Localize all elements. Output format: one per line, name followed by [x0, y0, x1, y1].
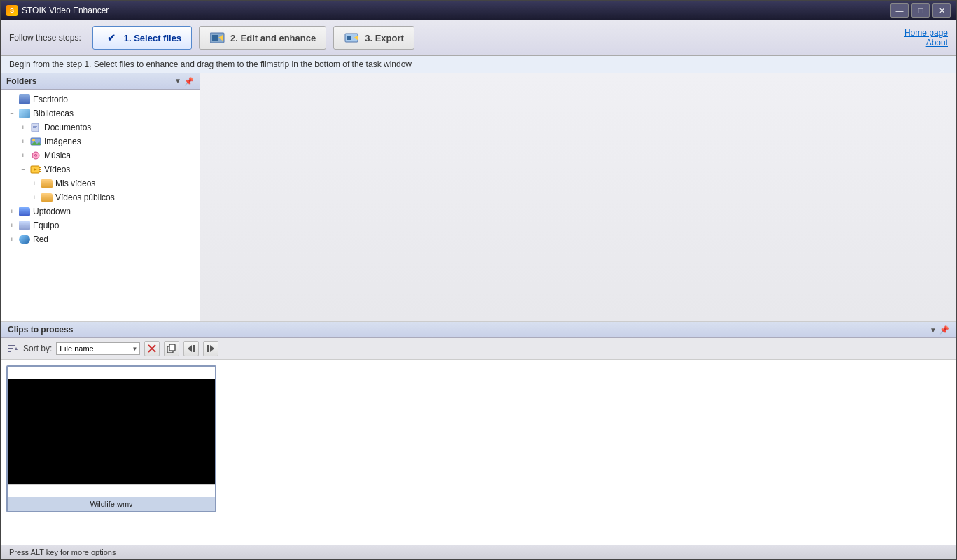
toolbar-left: Follow these steps: ✔ 1. Select files: [9, 26, 414, 50]
icon-documentos: [29, 122, 42, 133]
label-bibliotecas: Bibliotecas: [33, 108, 74, 118]
label-documentos: Documentos: [44, 122, 91, 132]
tree-item-uptodown[interactable]: + Uptodown: [1, 204, 200, 218]
expand-red: +: [6, 234, 18, 245]
tree-item-videos-publicos[interactable]: + Vídeos públicos: [1, 190, 200, 204]
label-videos: Vídeos: [44, 164, 70, 174]
tree-item-equipo[interactable]: + Equipo: [1, 218, 200, 232]
tree-item-videos[interactable]: − Vídeos: [1, 162, 200, 176]
step-3-button[interactable]: 3. Export: [333, 26, 414, 50]
main-window: S STOIK Video Enhancer — □ ✕ Follow thes…: [0, 0, 957, 560]
expand-escritorio: [6, 94, 18, 105]
clip-filename: Wildlife.wmv: [8, 497, 215, 511]
label-escritorio: Escritorio: [33, 94, 68, 104]
step-1-button[interactable]: ✔ 1. Select files: [92, 26, 192, 50]
sort-icon: [6, 342, 19, 355]
expand-videos-publicos: +: [29, 192, 40, 203]
icon-imagenes: [29, 136, 42, 147]
svg-rect-19: [39, 169, 41, 170]
step-1-icon: ✔: [103, 31, 120, 45]
expand-uptodown: +: [6, 206, 18, 217]
tree-item-red[interactable]: + Red: [1, 232, 200, 246]
icon-equipo: [18, 220, 31, 231]
content-split: Folders ▼ 📌 Escrito: [1, 74, 956, 321]
svg-rect-7: [33, 125, 37, 125]
home-page-link[interactable]: Home page: [904, 28, 948, 38]
icon-mis-videos: [41, 178, 53, 189]
folders-header-icons: ▼ 📌: [174, 77, 194, 86]
icon-bibliotecas: [18, 108, 31, 119]
svg-rect-8: [33, 126, 37, 127]
clips-dropdown-icon[interactable]: ▼: [930, 326, 937, 334]
preview-area: [200, 74, 956, 321]
folders-dropdown-icon[interactable]: ▼: [174, 77, 181, 86]
expand-imagenes: +: [18, 136, 29, 147]
step-2-button[interactable]: 2. Edit and enhance: [199, 26, 326, 50]
tree-item-musica[interactable]: + ♪ Música: [1, 148, 200, 162]
label-musica: Música: [44, 150, 71, 160]
folders-panel: Folders ▼ 📌 Escrito: [1, 74, 200, 321]
clips-header-right: ▼ 📌: [930, 326, 949, 335]
svg-marker-24: [15, 347, 18, 350]
icon-uptodown: [18, 206, 31, 217]
clip-top-bar: [8, 367, 215, 379]
maximize-button[interactable]: □: [911, 4, 930, 18]
body-area: Folders ▼ 📌 Escrito: [1, 74, 956, 545]
icon-red: [18, 234, 31, 245]
label-equipo: Equipo: [33, 220, 59, 230]
tree-item-documentos[interactable]: + Documentos: [1, 120, 200, 134]
clips-title: Clips to process: [8, 325, 73, 335]
icon-videos-publicos: [41, 192, 53, 203]
label-mis-videos: Mis vídeos: [55, 178, 95, 188]
copy-clip-button[interactable]: [164, 341, 179, 356]
clip-video-preview: [8, 379, 215, 484]
folders-header: Folders ▼ 📌: [1, 74, 200, 90]
folders-pin-icon[interactable]: 📌: [184, 77, 194, 86]
icon-musica: ♪: [29, 150, 42, 161]
folders-title: Folders: [6, 76, 36, 86]
tree-item-bibliotecas[interactable]: − Bibliotecas: [1, 106, 200, 120]
hint-text: Begin from the step 1. Select files to e…: [9, 59, 412, 69]
step-2-icon: [209, 31, 226, 45]
move-left-button[interactable]: [183, 341, 199, 356]
svg-rect-4: [347, 36, 351, 40]
svg-point-11: [32, 139, 35, 141]
sort-dropdown-wrap: File name Date Duration File size: [56, 342, 140, 355]
app-icon: S: [6, 5, 18, 16]
minimize-button[interactable]: —: [890, 4, 909, 18]
sort-dropdown[interactable]: File name Date Duration File size: [56, 342, 140, 355]
svg-rect-32: [207, 345, 209, 352]
clips-pin-icon[interactable]: 📌: [939, 326, 949, 335]
expand-mis-videos: +: [29, 178, 40, 189]
about-link[interactable]: About: [926, 38, 948, 48]
icon-videos: [29, 164, 42, 175]
expand-videos: −: [18, 164, 29, 175]
sort-label: Sort by:: [23, 344, 52, 354]
svg-rect-28: [169, 344, 175, 351]
svg-marker-29: [188, 345, 192, 352]
delete-clip-button[interactable]: [144, 341, 160, 356]
step-2-label: 2. Edit and enhance: [230, 33, 316, 43]
svg-marker-31: [210, 345, 214, 352]
close-button[interactable]: ✕: [932, 4, 951, 18]
move-right-button[interactable]: [203, 341, 218, 356]
tree-item-imagenes[interactable]: + Imágenes: [1, 134, 200, 148]
clip-item-wildlife[interactable]: Wildlife.wmv: [6, 365, 216, 512]
clips-section: Clips to process ▼ 📌: [1, 321, 956, 545]
clips-header: Clips to process ▼ 📌: [1, 322, 956, 338]
svg-rect-30: [193, 345, 195, 352]
hint-bar: Begin from the step 1. Select files to e…: [1, 56, 956, 74]
title-bar-controls: — □ ✕: [890, 4, 951, 18]
icon-escritorio: [18, 94, 31, 105]
tree-item-mis-videos[interactable]: + Mis vídeos: [1, 176, 200, 190]
expand-documentos: +: [18, 122, 29, 133]
svg-rect-23: [8, 351, 11, 352]
step-3-label: 3. Export: [365, 33, 404, 43]
status-text: Press ALT key for more options: [9, 548, 116, 556]
clips-content: Wildlife.wmv: [1, 360, 956, 545]
label-videos-publicos: Vídeos públicos: [55, 192, 115, 202]
label-uptodown: Uptodown: [33, 206, 71, 216]
tree-item-escritorio[interactable]: Escritorio: [1, 92, 200, 106]
expand-bibliotecas: −: [6, 108, 18, 119]
label-red: Red: [33, 234, 48, 244]
